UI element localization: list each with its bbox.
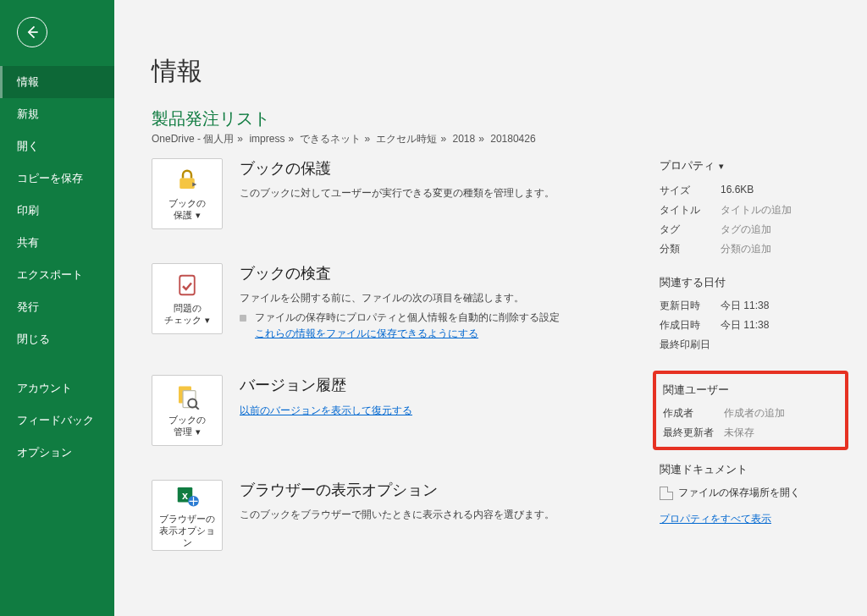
modified-label: 更新日時 <box>660 299 721 313</box>
sidebar-item-print[interactable]: 印刷 <box>0 195 114 227</box>
main-content: 情報 製品発注リスト OneDrive - 個人用» impress» できるネ… <box>114 0 867 616</box>
properties-label: プロパティ <box>660 159 715 172</box>
document-icon <box>660 487 673 500</box>
author-value[interactable]: 作成者の追加 <box>724 406 838 421</box>
sidebar-item-options[interactable]: オプション <box>0 437 114 469</box>
sidebar-item-share[interactable]: 共有 <box>0 227 114 259</box>
related-docs-header: 関連ドキュメント <box>660 462 842 477</box>
version-history-link[interactable]: 以前のバージョンを表示して復元する <box>240 404 412 418</box>
properties-dropdown[interactable]: プロパティ ▾ <box>660 158 842 173</box>
author-label: 作成者 <box>663 406 724 421</box>
chevron-down-icon: ▾ <box>716 161 724 171</box>
prop-size-value: 16.6KB <box>721 184 842 198</box>
printed-value <box>721 338 842 352</box>
sidebar-item-publish[interactable]: 発行 <box>0 291 114 323</box>
svg-line-10 <box>196 407 199 410</box>
inspect-desc: ファイルを公開する前に、ファイルの次の項目を確認します。 <box>240 290 560 305</box>
prop-tags-label: タグ <box>660 223 721 237</box>
back-button[interactable] <box>17 17 47 47</box>
browser-section: x ブラウザーの 表示オプション ブラウザーの表示オプション このブックをブラウ… <box>152 480 626 551</box>
printed-label: 最終印刷日 <box>660 338 721 352</box>
page-title: 情報 <box>152 54 842 89</box>
svg-rect-6 <box>179 276 195 295</box>
lock-icon <box>174 168 200 193</box>
crumb[interactable]: できるネット <box>300 133 361 145</box>
prop-category-label: 分類 <box>660 242 721 256</box>
sidebar-item-savecopy[interactable]: コピーを保存 <box>0 162 114 195</box>
protect-workbook-button[interactable]: ブックの 保護 ▾ <box>152 158 223 229</box>
browser-view-options-button[interactable]: x ブラウザーの 表示オプション <box>152 480 223 551</box>
lastmod-label: 最終更新者 <box>663 426 724 440</box>
document-title: 製品発注リスト <box>152 107 842 130</box>
manage-workbook-button[interactable]: ブックの 管理 ▾ <box>152 375 223 446</box>
crumb[interactable]: エクセル時短 <box>376 133 437 145</box>
tile-label: ブックの 管理 ▾ <box>168 415 206 438</box>
sidebar-items: 情報 新規 開く コピーを保存 印刷 共有 エクスポート 発行 閉じる アカウン… <box>0 66 114 469</box>
documents-icon <box>174 384 200 410</box>
prop-size-label: サイズ <box>660 184 721 198</box>
version-section: ブックの 管理 ▾ バージョン履歴 以前のバージョンを表示して復元する <box>152 375 626 446</box>
breadcrumb[interactable]: OneDrive - 個人用» impress» できるネット» エクセル時短»… <box>152 132 842 146</box>
allow-save-link[interactable]: これらの情報をファイルに保存できるようにする <box>255 327 478 341</box>
clipboard-check-icon <box>174 272 200 298</box>
protect-desc: このブックに対してユーザーが実行できる変更の種類を管理します。 <box>240 185 555 201</box>
bullet-icon <box>240 315 246 322</box>
prop-title-label: タイトル <box>660 203 721 217</box>
related-users-header: 関連ユーザー <box>663 382 838 398</box>
sidebar-item-account[interactable]: アカウント <box>0 372 114 404</box>
sidebar-item-close[interactable]: 閉じる <box>0 323 114 355</box>
inspect-section: 問題の チェック ▾ ブックの検査 ファイルを公開する前に、ファイルの次の項目を… <box>152 263 626 341</box>
related-dates-header: 関連する日付 <box>660 275 842 290</box>
crumb[interactable]: OneDrive - 個人用 <box>152 133 234 145</box>
crumb[interactable]: 20180426 <box>490 133 535 145</box>
created-label: 作成日時 <box>660 318 721 333</box>
tile-label: ブックの 保護 ▾ <box>168 198 206 222</box>
check-issues-button[interactable]: 問題の チェック ▾ <box>152 263 223 334</box>
modified-value: 今日 11:38 <box>721 299 842 313</box>
properties-panel: プロパティ ▾ サイズ 16.6KB タイトル タイトルの追加 タグ タグの追加… <box>660 158 842 526</box>
sidebar-item-open[interactable]: 開く <box>0 130 114 162</box>
lastmod-value: 未保存 <box>724 426 838 440</box>
prop-category-value[interactable]: 分類の追加 <box>721 242 842 256</box>
svg-rect-5 <box>179 179 195 190</box>
prop-tags-value[interactable]: タグの追加 <box>721 223 842 237</box>
protect-section: ブックの 保護 ▾ ブックの保護 このブックに対してユーザーが実行できる変更の種… <box>152 158 626 229</box>
sidebar-item-info[interactable]: 情報 <box>0 66 114 98</box>
crumb[interactable]: impress <box>249 133 284 145</box>
tile-label: 問題の チェック ▾ <box>164 303 209 327</box>
open-file-location[interactable]: ファイルの保存場所を開く <box>660 486 842 500</box>
created-value: 今日 11:38 <box>721 318 842 333</box>
prop-title-value[interactable]: タイトルの追加 <box>721 203 842 217</box>
protect-heading: ブックの保護 <box>240 158 555 179</box>
svg-text:x: x <box>182 490 188 502</box>
browser-heading: ブラウザーの表示オプション <box>240 480 555 500</box>
open-file-location-label: ファイルの保存場所を開く <box>678 486 800 500</box>
related-users-highlight: 関連ユーザー 作成者 作成者の追加 最終更新者 未保存 <box>653 371 848 450</box>
inspect-heading: ブックの検査 <box>240 263 560 283</box>
tile-label: ブラウザーの 表示オプション <box>156 514 218 548</box>
sidebar-item-new[interactable]: 新規 <box>0 98 114 130</box>
version-heading: バージョン履歴 <box>240 375 412 395</box>
sidebar-item-export[interactable]: エクスポート <box>0 259 114 291</box>
excel-web-icon: x <box>174 483 200 509</box>
show-all-properties-link[interactable]: プロパティをすべて表示 <box>660 512 771 526</box>
crumb[interactable]: 2018 <box>453 133 476 145</box>
backstage-sidebar: 情報 新規 開く コピーを保存 印刷 共有 エクスポート 発行 閉じる アカウン… <box>0 0 114 616</box>
sidebar-item-feedback[interactable]: フィードバック <box>0 404 114 437</box>
inspect-bullet: ファイルの保存時にプロパティと個人情報を自動的に削除する設定 <box>255 311 560 325</box>
browser-desc: このブックをブラウザーで開いたときに表示される内容を選びます。 <box>240 507 555 522</box>
